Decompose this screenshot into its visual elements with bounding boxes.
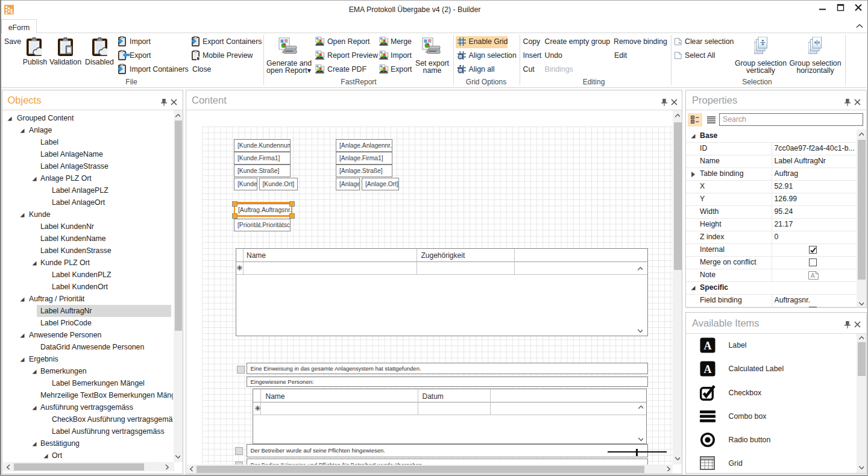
svg-text:A: A — [704, 340, 712, 352]
svg-text:A: A — [811, 272, 815, 279]
svg-text:A: A — [704, 363, 712, 375]
